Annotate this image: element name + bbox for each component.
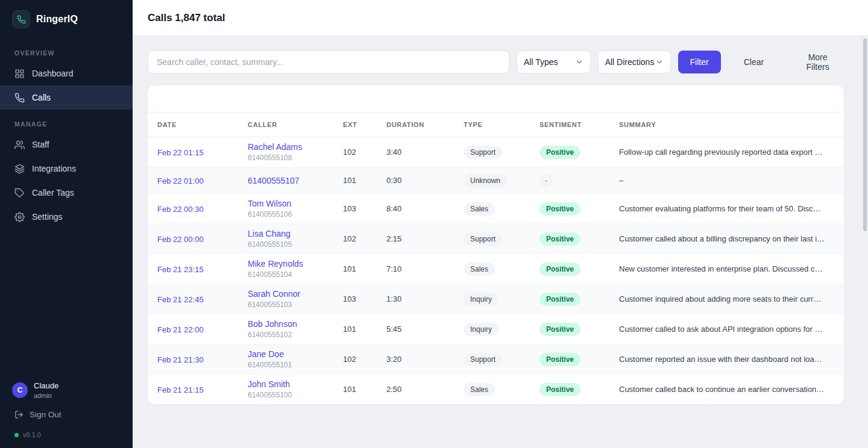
avatar: C	[12, 382, 28, 398]
sidebar: RingerIQ OVERVIEW Dashboard Calls MANAGE…	[0, 0, 133, 448]
sentiment-badge: Positive	[539, 232, 580, 246]
page-header: Calls 1,847 total	[133, 0, 868, 36]
call-date-link[interactable]: Feb 21 22:45	[157, 295, 204, 304]
caller-phone: 61400555108	[248, 154, 324, 162]
caller-link[interactable]: Rachel Adams	[248, 142, 324, 152]
sidebar-item-label: Integrations	[32, 164, 76, 173]
caller-link[interactable]: Tom Wilson	[248, 199, 324, 208]
call-sentiment-cell: Positive	[530, 224, 609, 254]
filter-bar: All Types All Directions Filter Clear Mo…	[133, 36, 868, 73]
table-row[interactable]: Feb 22 00:00 Lisa Chang 61400555105 102 …	[148, 224, 844, 254]
call-caller-cell: Jane Doe 61400555101	[238, 344, 333, 375]
call-date-cell: Feb 21 21:30	[148, 344, 238, 375]
sign-out-button[interactable]: Sign Out	[0, 403, 133, 426]
calls-table-header-row: DATECALLEREXTDURATIONTYPESENTIMENTSUMMAR…	[148, 113, 844, 137]
table-row[interactable]: Feb 21 21:30 Jane Doe 61400555101 102 3:…	[148, 344, 844, 375]
call-summary: Customer reported an issue with their da…	[609, 344, 844, 375]
table-row[interactable]: Feb 21 22:00 Bob Johnson 61400555102 101…	[148, 314, 844, 344]
sidebar-item-staff[interactable]: Staff	[0, 132, 133, 157]
chevron-down-icon	[655, 58, 664, 66]
call-caller-cell: Rachel Adams 61400555108	[238, 137, 333, 167]
caller-link[interactable]: Sarah Connor	[248, 289, 324, 299]
call-date-cell: Feb 21 22:45	[148, 284, 238, 314]
user-name: Claude	[34, 381, 58, 391]
call-ext: 101	[333, 375, 377, 405]
call-caller-cell: 61400555107	[238, 167, 333, 194]
call-type-cell: Sales	[454, 254, 530, 284]
call-caller-cell: Mike Reynolds 61400555104	[238, 254, 333, 284]
caller-link[interactable]: Bob Johnson	[248, 319, 324, 329]
sentiment-badge: Positive	[539, 202, 580, 216]
caller-phone: 61400555101	[248, 361, 324, 369]
call-duration: 3:20	[377, 344, 454, 375]
call-duration: 2:15	[377, 224, 454, 254]
user-profile[interactable]: C Claude admin	[0, 373, 133, 403]
type-filter-select[interactable]: All Types	[517, 51, 591, 73]
call-sentiment-cell: Positive	[530, 194, 609, 224]
call-date-link[interactable]: Feb 22 00:00	[157, 235, 204, 244]
caller-link[interactable]: Mike Reynolds	[248, 259, 324, 269]
user-role: admin	[34, 392, 58, 399]
call-date-link[interactable]: Feb 22 00:30	[157, 205, 204, 214]
caller-phone: 61400555105	[248, 240, 324, 249]
sidebar-item-settings[interactable]: Settings	[0, 205, 133, 229]
call-summary: Customer evaluating platforms for their …	[609, 194, 844, 224]
gear-icon	[14, 212, 25, 222]
column-header: TYPE	[454, 113, 530, 137]
call-ext: 101	[333, 254, 377, 284]
table-row[interactable]: Feb 21 21:15 John Smith 61400555100 101 …	[148, 375, 844, 405]
call-type-cell: Inquiry	[454, 284, 530, 314]
table-row[interactable]: Feb 21 23:15 Mike Reynolds 61400555104 1…	[148, 254, 844, 284]
call-sentiment-cell: Positive	[530, 284, 609, 314]
page-title: Calls 1,847 total	[148, 12, 225, 24]
call-summary: Customer called to ask about API integra…	[609, 314, 844, 344]
sidebar-item-integrations[interactable]: Integrations	[0, 157, 133, 181]
call-date-link[interactable]: Feb 22 01:00	[157, 176, 204, 185]
sidebar-item-calls[interactable]: Calls	[0, 86, 133, 110]
more-filters-button[interactable]: More Filters	[791, 51, 844, 73]
call-date-cell: Feb 22 01:15	[148, 137, 238, 167]
sentiment-badge: Positive	[539, 293, 580, 306]
table-row[interactable]: Feb 22 01:15 Rachel Adams 61400555108 10…	[148, 137, 844, 167]
call-type-badge: Support	[464, 353, 502, 366]
search-input[interactable]	[148, 51, 509, 73]
call-date-link[interactable]: Feb 21 21:15	[157, 385, 204, 394]
table-row[interactable]: Feb 21 22:45 Sarah Connor 61400555103 10…	[148, 284, 844, 314]
call-date-link[interactable]: Feb 21 23:15	[157, 265, 204, 274]
call-type-badge: Support	[464, 232, 502, 246]
call-type-badge: Sales	[464, 383, 495, 396]
call-type-cell: Sales	[454, 375, 530, 405]
logout-icon	[14, 410, 24, 419]
call-date-link[interactable]: Feb 21 21:30	[157, 355, 204, 364]
clear-button[interactable]: Clear	[737, 51, 771, 73]
phone-logo-icon	[12, 10, 30, 28]
call-date-link[interactable]: Feb 21 22:00	[157, 325, 204, 334]
caller-link[interactable]: John Smith	[248, 379, 324, 389]
table-row[interactable]: Feb 22 00:30 Tom Wilson 61400555106 103 …	[148, 194, 844, 224]
caller-link[interactable]: Jane Doe	[248, 349, 324, 359]
call-sentiment-cell: Positive	[530, 314, 609, 344]
call-duration: 0:30	[377, 167, 454, 194]
call-summary: Follow-up call regarding previously repo…	[609, 137, 844, 167]
main-content: Calls 1,847 total All Types All Directio…	[133, 0, 868, 405]
status-dot	[14, 433, 19, 437]
caller-link[interactable]: Lisa Chang	[248, 229, 324, 238]
filter-button[interactable]: Filter	[678, 51, 721, 73]
sidebar-item-dashboard[interactable]: Dashboard	[0, 61, 133, 86]
call-sentiment-cell: -	[530, 167, 609, 194]
type-filter-value: All Types	[524, 57, 558, 67]
sentiment-badge: Positive	[539, 383, 580, 396]
call-ext: 103	[333, 194, 377, 224]
caller-phone: 61400555103	[248, 300, 324, 309]
direction-filter-select[interactable]: All Directions	[598, 51, 671, 73]
scrollbar-thumb[interactable]	[863, 39, 867, 231]
call-caller-cell: John Smith 61400555100	[238, 375, 333, 405]
sidebar-item-caller-tags[interactable]: Caller Tags	[0, 181, 133, 205]
caller-link[interactable]: 61400555107	[248, 176, 324, 185]
call-type-badge: Sales	[464, 202, 495, 216]
sentiment-badge: Positive	[539, 323, 580, 336]
call-type-badge: Inquiry	[464, 323, 498, 336]
call-date-link[interactable]: Feb 22 01:15	[157, 148, 204, 157]
table-row[interactable]: Feb 22 01:00 61400555107 101 0:30 Unknow…	[148, 167, 844, 194]
nav-section-overview: OVERVIEW	[0, 39, 133, 61]
